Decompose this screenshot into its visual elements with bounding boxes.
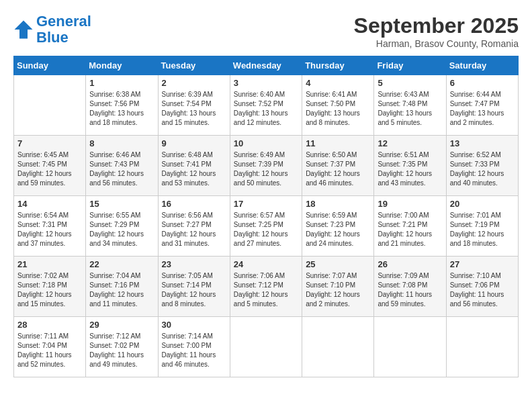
day-number: 24 [234, 259, 298, 269]
day-number: 26 [378, 259, 442, 269]
calendar-cell: 7Sunrise: 6:45 AMSunset: 7:45 PMDaylight… [14, 136, 86, 196]
calendar-cell: 27Sunrise: 7:10 AMSunset: 7:06 PMDayligh… [446, 257, 518, 317]
day-number: 17 [234, 199, 298, 209]
calendar-cell: 24Sunrise: 7:06 AMSunset: 7:12 PMDayligh… [230, 257, 302, 317]
day-number: 30 [162, 320, 226, 330]
day-number: 21 [17, 259, 82, 269]
weekday-header-tuesday: Tuesday [158, 56, 230, 75]
day-info: Sunrise: 7:10 AMSunset: 7:06 PMDaylight:… [450, 271, 515, 309]
weekday-header-friday: Friday [374, 56, 446, 75]
calendar-week-row: 28Sunrise: 7:11 AMSunset: 7:04 PMDayligh… [14, 317, 519, 377]
calendar-table: SundayMondayTuesdayWednesdayThursdayFrid… [13, 56, 519, 377]
day-number: 7 [17, 138, 82, 148]
calendar-cell [14, 75, 86, 136]
day-number: 23 [162, 259, 226, 269]
day-number: 12 [378, 138, 442, 148]
calendar-cell: 30Sunrise: 7:14 AMSunset: 7:00 PMDayligh… [158, 317, 230, 377]
calendar-cell: 15Sunrise: 6:55 AMSunset: 7:29 PMDayligh… [86, 196, 158, 257]
calendar-cell: 23Sunrise: 7:05 AMSunset: 7:14 PMDayligh… [158, 257, 230, 317]
title-section: September 2025 Harman, Brasov County, Ro… [354, 13, 519, 49]
calendar-cell: 25Sunrise: 7:07 AMSunset: 7:10 PMDayligh… [302, 257, 374, 317]
logo-text: General Blue [36, 13, 91, 46]
day-info: Sunrise: 6:57 AMSunset: 7:25 PMDaylight:… [234, 211, 298, 248]
month-title: September 2025 [354, 13, 519, 38]
logo-line2: Blue [36, 29, 69, 46]
calendar-cell: 3Sunrise: 6:40 AMSunset: 7:52 PMDaylight… [230, 75, 302, 136]
day-info: Sunrise: 6:40 AMSunset: 7:52 PMDaylight:… [234, 90, 298, 128]
calendar-cell: 20Sunrise: 7:01 AMSunset: 7:19 PMDayligh… [446, 196, 518, 257]
day-info: Sunrise: 6:41 AMSunset: 7:50 PMDaylight:… [306, 90, 370, 128]
calendar-cell: 26Sunrise: 7:09 AMSunset: 7:08 PMDayligh… [374, 257, 446, 317]
day-info: Sunrise: 6:38 AMSunset: 7:56 PMDaylight:… [89, 90, 154, 128]
calendar-cell: 22Sunrise: 7:04 AMSunset: 7:16 PMDayligh… [86, 257, 158, 317]
calendar-cell: 6Sunrise: 6:44 AMSunset: 7:47 PMDaylight… [446, 75, 518, 136]
logo-icon [13, 19, 34, 40]
day-info: Sunrise: 7:09 AMSunset: 7:08 PMDaylight:… [378, 271, 442, 309]
weekday-header-saturday: Saturday [446, 56, 518, 75]
calendar-cell: 29Sunrise: 7:12 AMSunset: 7:02 PMDayligh… [86, 317, 158, 377]
calendar-cell: 17Sunrise: 6:57 AMSunset: 7:25 PMDayligh… [230, 196, 302, 257]
day-number: 28 [17, 320, 82, 330]
day-number: 10 [234, 138, 298, 148]
calendar-cell: 12Sunrise: 6:51 AMSunset: 7:35 PMDayligh… [374, 136, 446, 196]
svg-marker-0 [15, 21, 33, 39]
day-number: 15 [89, 199, 154, 209]
day-number: 2 [162, 78, 226, 88]
day-info: Sunrise: 6:51 AMSunset: 7:35 PMDaylight:… [378, 150, 442, 188]
day-info: Sunrise: 7:04 AMSunset: 7:16 PMDaylight:… [89, 271, 154, 309]
day-number: 4 [306, 78, 370, 88]
day-info: Sunrise: 7:05 AMSunset: 7:14 PMDaylight:… [162, 271, 226, 309]
day-number: 3 [234, 78, 298, 88]
logo: General Blue [13, 13, 91, 46]
day-info: Sunrise: 6:45 AMSunset: 7:45 PMDaylight:… [17, 150, 82, 188]
day-number: 1 [89, 78, 154, 88]
day-number: 22 [89, 259, 154, 269]
day-info: Sunrise: 7:14 AMSunset: 7:00 PMDaylight:… [162, 332, 226, 369]
day-number: 9 [162, 138, 226, 148]
day-number: 16 [162, 199, 226, 209]
day-number: 6 [450, 78, 515, 88]
day-info: Sunrise: 6:54 AMSunset: 7:31 PMDaylight:… [17, 211, 82, 248]
location: Harman, Brasov County, Romania [354, 38, 519, 49]
day-info: Sunrise: 6:48 AMSunset: 7:41 PMDaylight:… [162, 150, 226, 188]
calendar-cell: 18Sunrise: 6:59 AMSunset: 7:23 PMDayligh… [302, 196, 374, 257]
calendar-cell [302, 317, 374, 377]
day-number: 5 [378, 78, 442, 88]
calendar-cell [374, 317, 446, 377]
calendar-cell: 9Sunrise: 6:48 AMSunset: 7:41 PMDaylight… [158, 136, 230, 196]
calendar-cell: 1Sunrise: 6:38 AMSunset: 7:56 PMDaylight… [86, 75, 158, 136]
day-info: Sunrise: 6:52 AMSunset: 7:33 PMDaylight:… [450, 150, 515, 188]
day-number: 8 [89, 138, 154, 148]
day-info: Sunrise: 7:01 AMSunset: 7:19 PMDaylight:… [450, 211, 515, 248]
calendar-cell: 11Sunrise: 6:50 AMSunset: 7:37 PMDayligh… [302, 136, 374, 196]
day-number: 20 [450, 199, 515, 209]
calendar-week-row: 21Sunrise: 7:02 AMSunset: 7:18 PMDayligh… [14, 257, 519, 317]
calendar-cell: 4Sunrise: 6:41 AMSunset: 7:50 PMDaylight… [302, 75, 374, 136]
day-info: Sunrise: 6:50 AMSunset: 7:37 PMDaylight:… [306, 150, 370, 188]
calendar-cell: 8Sunrise: 6:46 AMSunset: 7:43 PMDaylight… [86, 136, 158, 196]
weekday-header-row: SundayMondayTuesdayWednesdayThursdayFrid… [14, 56, 519, 75]
day-info: Sunrise: 7:07 AMSunset: 7:10 PMDaylight:… [306, 271, 370, 309]
day-info: Sunrise: 6:44 AMSunset: 7:47 PMDaylight:… [450, 90, 515, 128]
day-number: 19 [378, 199, 442, 209]
day-info: Sunrise: 6:49 AMSunset: 7:39 PMDaylight:… [234, 150, 298, 188]
calendar-week-row: 14Sunrise: 6:54 AMSunset: 7:31 PMDayligh… [14, 196, 519, 257]
calendar-cell: 13Sunrise: 6:52 AMSunset: 7:33 PMDayligh… [446, 136, 518, 196]
weekday-header-thursday: Thursday [302, 56, 374, 75]
calendar-cell [230, 317, 302, 377]
calendar-cell: 5Sunrise: 6:43 AMSunset: 7:48 PMDaylight… [374, 75, 446, 136]
day-info: Sunrise: 6:46 AMSunset: 7:43 PMDaylight:… [89, 150, 154, 188]
weekday-header-sunday: Sunday [14, 56, 86, 75]
calendar-cell: 2Sunrise: 6:39 AMSunset: 7:54 PMDaylight… [158, 75, 230, 136]
page-header: General Blue September 2025 Harman, Bras… [13, 13, 519, 49]
day-number: 27 [450, 259, 515, 269]
day-info: Sunrise: 7:00 AMSunset: 7:21 PMDaylight:… [378, 211, 442, 248]
calendar-cell [446, 317, 518, 377]
weekday-header-monday: Monday [86, 56, 158, 75]
calendar-week-row: 7Sunrise: 6:45 AMSunset: 7:45 PMDaylight… [14, 136, 519, 196]
logo-line1: General [36, 13, 91, 30]
day-info: Sunrise: 6:39 AMSunset: 7:54 PMDaylight:… [162, 90, 226, 128]
weekday-header-wednesday: Wednesday [230, 56, 302, 75]
day-number: 29 [89, 320, 154, 330]
day-number: 14 [17, 199, 82, 209]
